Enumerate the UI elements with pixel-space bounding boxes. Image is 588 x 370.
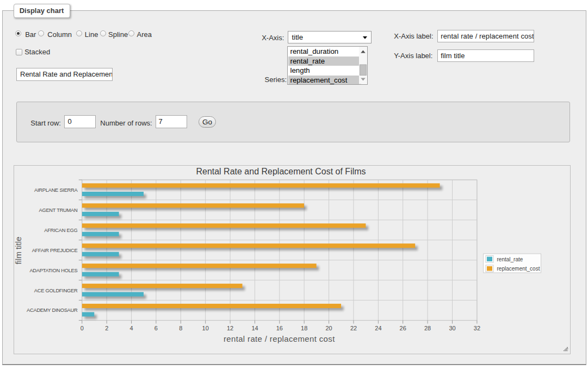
svg-text:ACE GOLDFINGER: ACE GOLDFINGER — [34, 288, 77, 293]
svg-text:32: 32 — [473, 325, 480, 331]
svg-text:ACADEMY DINOSAUR: ACADEMY DINOSAUR — [27, 308, 78, 313]
svg-text:0: 0 — [80, 325, 83, 331]
svg-text:4: 4 — [129, 325, 133, 331]
svg-text:rental rate / replacement cost: rental rate / replacement cost — [223, 334, 335, 343]
svg-text:12: 12 — [226, 325, 233, 331]
svg-text:28: 28 — [424, 325, 430, 331]
svg-text:24: 24 — [375, 325, 381, 331]
svg-text:replacement_cost: replacement_cost — [497, 266, 540, 272]
svg-text:Rental Rate and Replacement Co: Rental Rate and Replacement Cost of Film… — [196, 167, 366, 176]
svg-text:AFFAIR PREJUDICE: AFFAIR PREJUDICE — [32, 248, 77, 253]
svg-text:AIRPLANE SIERRA: AIRPLANE SIERRA — [34, 187, 78, 193]
svg-text:10: 10 — [202, 325, 208, 331]
svg-text:30: 30 — [449, 325, 455, 331]
svg-text:20: 20 — [325, 325, 332, 331]
svg-text:AGENT TRUMAN: AGENT TRUMAN — [39, 208, 77, 213]
svg-text:2: 2 — [105, 325, 108, 331]
svg-text:6: 6 — [154, 325, 157, 331]
svg-text:14: 14 — [251, 325, 258, 331]
svg-text:22: 22 — [350, 325, 356, 331]
svg-text:AFRICAN EGG: AFRICAN EGG — [44, 228, 77, 233]
svg-text:ADAPTATION HOLES: ADAPTATION HOLES — [29, 268, 77, 273]
svg-text:26: 26 — [399, 325, 406, 331]
svg-text:rental_rate: rental_rate — [497, 256, 523, 262]
svg-text:18: 18 — [301, 325, 307, 331]
svg-text:16: 16 — [276, 325, 282, 331]
svg-text:film title: film title — [14, 237, 23, 265]
svg-text:8: 8 — [179, 325, 182, 331]
